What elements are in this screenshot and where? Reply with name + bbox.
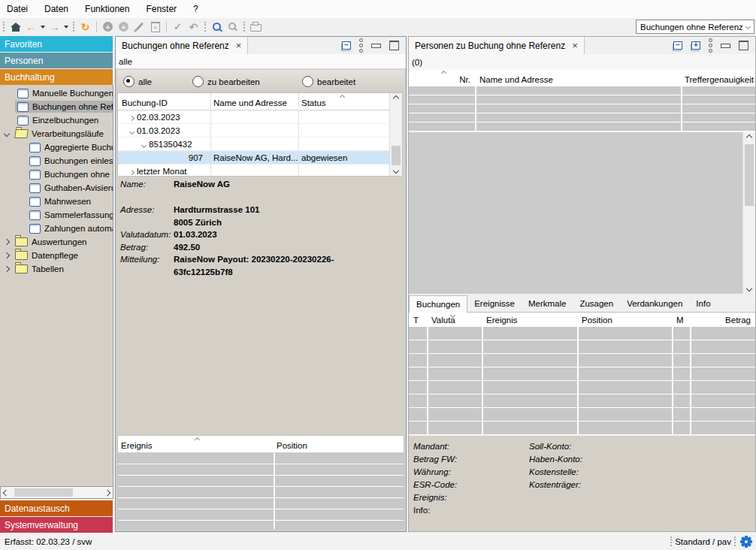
column-header-name-adresse[interactable]: Name und Adresse	[479, 75, 553, 84]
sidebar-item-zahlungen-automatisch[interactable]: Zahlungen automat	[0, 222, 113, 235]
scrollbar-thumb[interactable]	[14, 488, 73, 497]
forward-history-dropdown[interactable]	[62, 20, 70, 35]
undo-button[interactable]: ↶	[186, 20, 201, 35]
scroll-down-icon[interactable]	[743, 283, 755, 294]
column-header-nr[interactable]: Nr.	[409, 75, 470, 84]
scrollbar-thumb[interactable]	[392, 146, 401, 165]
close-icon[interactable]: ×	[236, 41, 242, 50]
more-options-icon[interactable]	[359, 38, 363, 53]
chevron-right-icon[interactable]	[4, 252, 10, 258]
view-selector-dropdown[interactable]: Buchungen ohne Referenz	[636, 20, 754, 34]
tab-buchungen-ohne-referenz[interactable]: Buchungen ohne Referenz ×	[116, 37, 248, 54]
search-button[interactable]	[209, 20, 225, 35]
column-header-betrag[interactable]: Betrag	[690, 316, 751, 325]
sidebar-item-buchungen-ohne-r[interactable]: Buchungen ohne R	[0, 168, 113, 181]
table-row-group[interactable]: 851350432	[118, 138, 389, 150]
sidebar-section-favoriten[interactable]: Favoriten	[0, 36, 113, 52]
radio-bearbeitet[interactable]: bearbeitet	[302, 76, 355, 87]
scroll-right-icon[interactable]	[102, 487, 113, 498]
sidebar-section-datenaustausch[interactable]: Datenaustausch	[0, 500, 113, 516]
column-header-treffergenauigkeit[interactable]: Treffergenauigkeit	[682, 75, 754, 84]
sidebar-section-buchhaltung[interactable]: Buchhaltung	[0, 69, 113, 85]
tab-verdankungen[interactable]: Verdankungen	[620, 295, 689, 313]
chevron-down-icon[interactable]	[141, 142, 147, 147]
sidebar-section-personen[interactable]: Personen	[0, 53, 113, 68]
chevron-down-icon[interactable]	[4, 131, 10, 137]
sidebar-item-guthaben-avisierung[interactable]: Guthaben-Avisieru	[0, 181, 113, 195]
menu-fenster[interactable]: Fenster	[138, 0, 185, 18]
menu-daten[interactable]: Daten	[36, 0, 77, 18]
delete-button[interactable]: ×	[147, 20, 163, 35]
column-header-t[interactable]: T	[413, 316, 419, 325]
column-header-buchung-id[interactable]: Buchung-ID	[122, 98, 168, 107]
chevron-right-icon[interactable]	[4, 239, 10, 245]
collapse-all-icon[interactable]: −	[673, 41, 682, 50]
chevron-right-icon[interactable]	[4, 266, 10, 272]
search-secondary-button[interactable]	[225, 20, 240, 35]
column-header-status[interactable]: Status	[301, 98, 326, 107]
sidebar-item-mahnwesen[interactable]: Mahnwesen	[0, 195, 113, 208]
radio-zu-bearbeiten[interactable]: zu bearbeiten	[192, 76, 260, 87]
expand-all-icon[interactable]: +	[691, 41, 700, 50]
tab-buchungen[interactable]: Buchungen	[409, 295, 467, 313]
home-button[interactable]	[8, 20, 23, 35]
sidebar-item-einzelbuchungen[interactable]: Einzelbuchungen	[0, 113, 113, 127]
sidebar-item-aggregierte-buchungen[interactable]: Aggregierte Buchun	[0, 141, 113, 154]
menu-hilfe[interactable]: ?	[185, 0, 207, 18]
radio-alle[interactable]: alle	[123, 76, 152, 87]
tab-ereignisse[interactable]: Ereignisse	[467, 295, 522, 313]
content-scrollbar[interactable]	[742, 132, 755, 294]
scroll-left-icon[interactable]	[1, 487, 11, 498]
table-row-selected[interactable]: 907 RaiseNow AG, Hard... abgewiesen	[118, 151, 389, 164]
tab-zusagen[interactable]: Zusagen	[573, 295, 620, 313]
refresh-button[interactable]: ↻	[77, 20, 93, 35]
sidebar-section-systemverwaltung[interactable]: Systemverwaltung	[0, 517, 113, 533]
close-icon[interactable]: ×	[572, 41, 578, 50]
print-button[interactable]	[248, 20, 264, 35]
maximize-icon[interactable]	[739, 41, 748, 50]
minimize-icon[interactable]	[371, 44, 381, 48]
scroll-up-icon[interactable]	[390, 93, 402, 104]
sidebar-item-buchungen-einlesen[interactable]: Buchungen einlese	[0, 154, 113, 168]
column-header-name-adresse[interactable]: Name und Adresse	[213, 98, 287, 107]
sidebar-item-verarbeitungslaeufe[interactable]: Verarbeitungsläufe	[0, 127, 113, 141]
gear-icon[interactable]	[740, 536, 751, 547]
scrollbar-thumb[interactable]	[745, 144, 754, 206]
column-header-position[interactable]: Position	[582, 316, 612, 325]
collapse-all-icon[interactable]: −	[341, 41, 351, 50]
table-row-group[interactable]: 02.03.2023	[118, 110, 389, 123]
chevron-right-icon[interactable]	[129, 115, 135, 120]
sidebar-item-datenpflege[interactable]: Datenpflege	[0, 249, 113, 262]
table-row-group[interactable]: 01.03.2023	[118, 124, 389, 137]
sidebar-item-manuelle-buchungen[interactable]: Manuelle Buchungen	[0, 86, 113, 100]
table-row-group[interactable]: letzter Monat	[118, 165, 389, 177]
column-header-m[interactable]: M	[676, 316, 684, 325]
more-options-icon[interactable]	[709, 38, 712, 53]
bookings-table-scrollbar[interactable]	[389, 93, 402, 176]
edit-button[interactable]	[132, 20, 147, 35]
sidebar-item-sammelerfassung[interactable]: Sammelerfassung S	[0, 208, 113, 222]
add-button[interactable]: +	[100, 20, 116, 35]
tab-merkmale[interactable]: Merkmale	[522, 295, 573, 313]
menu-funktionen[interactable]: Funktionen	[77, 0, 138, 18]
sidebar-item-tabellen[interactable]: Tabellen	[0, 262, 113, 276]
chevron-right-icon[interactable]	[129, 169, 135, 174]
menu-datei[interactable]: Datei	[0, 0, 36, 18]
maximize-icon[interactable]	[389, 41, 399, 50]
back-history-dropdown[interactable]	[39, 20, 47, 35]
tab-personen-zu-buchung[interactable]: Personen zu Buchung ohne Referenz ×	[409, 37, 585, 54]
back-button[interactable]: ←	[23, 20, 39, 35]
sidebar-horizontal-scrollbar[interactable]	[0, 486, 113, 499]
scroll-up-icon[interactable]	[743, 132, 755, 143]
column-header-ereignis[interactable]: Ereignis	[121, 441, 153, 450]
sidebar-item-buchungen-ohne-referenz[interactable]: Buchungen ohne Refe	[0, 100, 113, 113]
scroll-down-icon[interactable]	[390, 165, 402, 176]
column-header-ereignis[interactable]: Ereignis	[486, 316, 518, 325]
confirm-button[interactable]: ✓	[170, 20, 186, 35]
column-header-position[interactable]: Position	[277, 441, 307, 450]
forward-button[interactable]: →	[47, 20, 62, 35]
minimize-icon[interactable]	[721, 44, 730, 48]
tab-info[interactable]: Info	[689, 295, 717, 313]
add-secondary-button[interactable]: +	[116, 20, 132, 35]
chevron-down-icon[interactable]	[129, 128, 135, 134]
